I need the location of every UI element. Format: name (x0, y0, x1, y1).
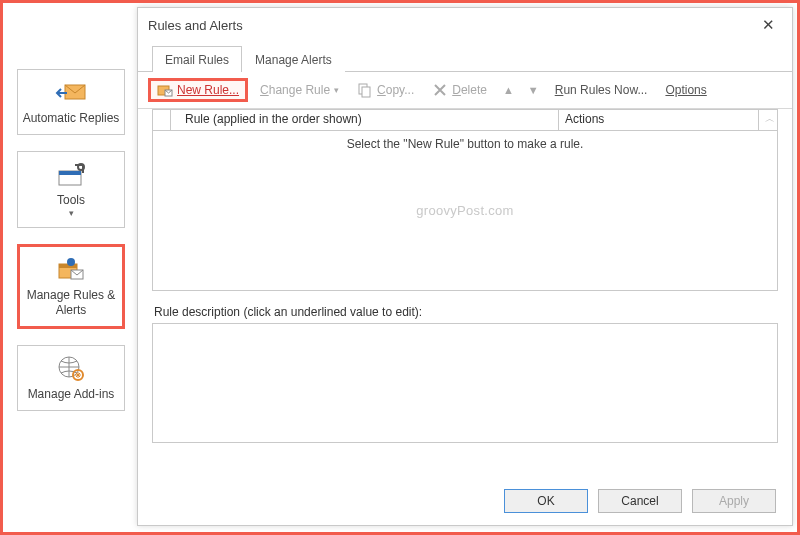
new-rule-icon (157, 82, 173, 98)
scroll-up-icon: ︿ (759, 110, 777, 130)
options-label: Options (665, 83, 706, 97)
checkbox-column-header (153, 110, 171, 130)
chevron-down-icon: ▾ (22, 208, 120, 219)
delete-icon (432, 82, 448, 98)
move-up-button: ▲ (499, 84, 518, 96)
copy-icon (357, 82, 373, 98)
dialog-title: Rules and Alerts (148, 18, 243, 33)
rules-and-alerts-dialog: Rules and Alerts ✕ Email Rules Manage Al… (137, 7, 793, 526)
new-rule-button[interactable]: New Rule... (148, 78, 248, 102)
change-rule-label: Change Rule (260, 83, 330, 97)
manage-rules-icon (55, 256, 87, 284)
delete-rule-button: Delete (426, 79, 493, 101)
dialog-button-row: OK Cancel Apply (504, 489, 776, 513)
tab-email-rules[interactable]: Email Rules (152, 46, 242, 72)
rule-column-header: Rule (applied in the order shown) (171, 110, 559, 130)
manage-rules-alerts-button[interactable]: Manage Rules & Alerts (17, 244, 125, 329)
tools-button[interactable]: Tools ▾ (17, 151, 125, 228)
svg-rect-13 (362, 87, 370, 97)
copy-rule-label: Copy... (377, 83, 414, 97)
automatic-replies-icon (55, 79, 87, 107)
move-down-button: ▼ (524, 84, 543, 96)
change-rule-button: Change Rule ▾ (254, 80, 345, 100)
rules-list-header: Rule (applied in the order shown) Action… (152, 109, 778, 131)
automatic-replies-button[interactable]: Automatic Replies (17, 69, 125, 135)
run-rules-now-label: Run Rules Now... (555, 83, 648, 97)
rule-description-box (152, 323, 778, 443)
svg-rect-2 (59, 171, 81, 175)
rules-empty-hint: Select the "New Rule" button to make a r… (153, 137, 777, 151)
chevron-down-icon: ▾ (334, 85, 339, 95)
options-button[interactable]: Options (659, 80, 712, 100)
svg-point-3 (78, 164, 84, 170)
dialog-tabs: Email Rules Manage Alerts (138, 42, 792, 72)
cancel-button[interactable]: Cancel (598, 489, 682, 513)
rule-description-label: Rule description (click an underlined va… (154, 305, 776, 319)
watermark-text: groovyPost.com (153, 203, 777, 218)
apply-button: Apply (692, 489, 776, 513)
rules-list-body: Select the "New Rule" button to make a r… (152, 131, 778, 291)
manage-addins-icon (55, 355, 87, 383)
new-rule-label: New Rule... (177, 83, 239, 97)
tools-icon (55, 161, 87, 189)
tools-label: Tools (22, 193, 120, 208)
close-button[interactable]: ✕ (754, 11, 782, 39)
delete-rule-label: Delete (452, 83, 487, 97)
manage-rules-label: Manage Rules & Alerts (24, 288, 118, 318)
manage-addins-label: Manage Add-ins (22, 387, 120, 402)
run-rules-now-button[interactable]: Run Rules Now... (549, 80, 654, 100)
actions-column-header: Actions (559, 110, 759, 130)
copy-rule-button: Copy... (351, 79, 420, 101)
rules-toolbar: New Rule... Change Rule ▾ Copy... Delete… (138, 72, 792, 109)
svg-point-6 (67, 258, 75, 266)
tab-manage-alerts[interactable]: Manage Alerts (242, 46, 345, 72)
manage-addins-button[interactable]: Manage Add-ins (17, 345, 125, 411)
dialog-titlebar: Rules and Alerts ✕ (138, 8, 792, 42)
automatic-replies-label: Automatic Replies (22, 111, 120, 126)
ok-button[interactable]: OK (504, 489, 588, 513)
